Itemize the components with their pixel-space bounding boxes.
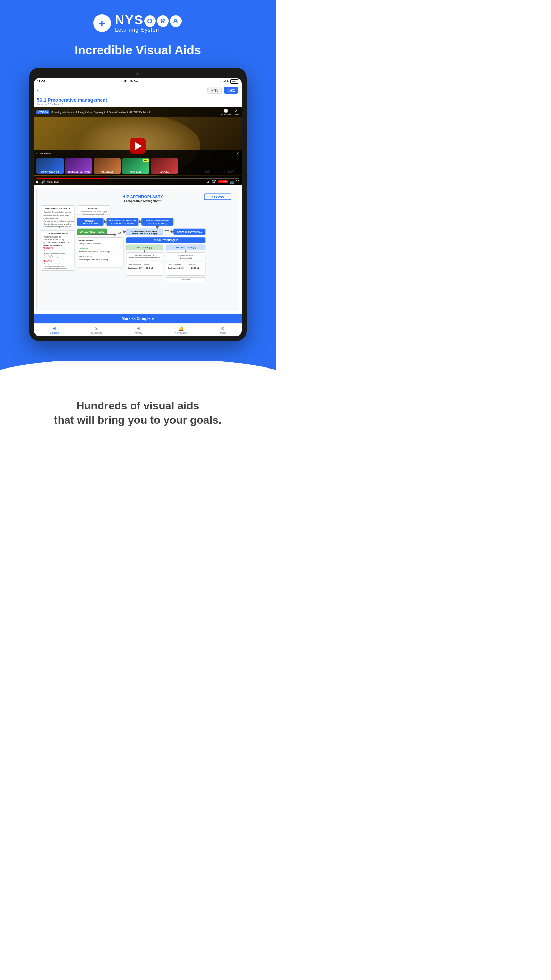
prev-button[interactable]: Prev [208, 87, 222, 94]
play-triangle-icon [135, 142, 142, 150]
svg-text:Equipment: Equipment [181, 279, 191, 281]
page-title-section: 56.1 Preoperative management Lesson 56 ·… [34, 95, 242, 107]
svg-text:(a) PREMEDICATION: (a) PREMEDICATION [48, 232, 68, 234]
wave-section [0, 361, 275, 382]
battery-indicator: 20% [230, 79, 238, 84]
svg-text:lateral femoral cutaneous nerv: lateral femoral cutaneous nerve block [129, 256, 160, 259]
svg-text:Isobaric bupivacaine 0.5%  10-: Isobaric bupivacaine 0.5% 10-12 mg [79, 259, 108, 261]
status-time: 12:06 [37, 80, 45, 83]
svg-text:SPINAL ANESTHESIA: SPINAL ANESTHESIA [43, 244, 62, 247]
page-title: 56.1 Preoperative management [37, 97, 238, 103]
more-label: More [220, 332, 225, 334]
logo-circle-r: R [157, 15, 169, 27]
svg-text:RELATIVE: RELATIVE [43, 260, 52, 262]
svg-text:• Pre-existing neurological in: • Pre-existing neurological injuries [43, 266, 66, 267]
play-button[interactable] [130, 138, 146, 154]
messages-icon: ✉ [95, 326, 98, 331]
nav-item-courses[interactable]: ⊞ Courses [50, 326, 59, 334]
svg-text:• Optimize medical and physica: • Optimize medical and physical conditio… [43, 221, 75, 222]
page-subtitle: Lesson 56 · Topic 1 [37, 103, 238, 106]
settings-button[interactable]: ⚙ [206, 180, 210, 184]
video-title: Scanning principles for Infrainguinal vs… [51, 111, 221, 113]
thumb-label: EXPLAINED [151, 171, 177, 173]
volume-button[interactable]: 🔊 [41, 180, 45, 184]
logo-name: NYSORA [115, 14, 182, 27]
list-item[interactable]: ANKLE BLOCK [94, 158, 121, 173]
watch-later-button[interactable]: 🕐 Watch later [221, 108, 231, 116]
svg-text:Hyperbaric bupivacaine 0.5%  9: Hyperbaric bupivacaine 0.5% 9-10 mg [79, 251, 110, 253]
back-button[interactable]: ‹ [37, 87, 39, 93]
svg-text:PREOPERATIVE GOALS: PREOPERATIVE GOALS [45, 207, 70, 210]
bottom-nav: ⊞ Courses ✉ Messages ⊞ Activity 🔔 Notifi… [34, 323, 242, 336]
play-pause-button[interactable]: ▶ [37, 180, 39, 184]
bottom-line-1: Hundreds of visual aids [76, 399, 199, 412]
svg-text:Fast-Track (c): Fast-Track (c) [137, 247, 152, 249]
share-button[interactable]: ↗ Share [233, 108, 239, 116]
nav-item-more[interactable]: ⊙ More [220, 326, 225, 334]
nav-item-notifications[interactable]: 🔔 Notifications [175, 326, 188, 334]
close-more-videos-button[interactable]: ✕ [237, 152, 239, 156]
svg-text:25-30 mL: 25-30 mL [192, 267, 200, 269]
notifications-label: Notifications [175, 332, 188, 334]
courses-icon: ⊞ [52, 326, 56, 331]
tablet-screen: 12:06 Fri 10 Dec ▲ WiFi 20% ‹ Prev Next … [34, 78, 242, 336]
play-circle [130, 138, 146, 154]
nav-buttons: Prev Next [208, 87, 238, 94]
progress-bar[interactable] [37, 178, 239, 179]
controls-right: ⚙ CC YouTube 📺 ⛶ [206, 180, 239, 184]
nav-item-activity[interactable]: ⊞ Activity [135, 326, 142, 334]
video-top-bar: NYSORA Scanning principles for Infraingu… [34, 107, 242, 118]
video-container[interactable]: NYSORA Scanning principles for Infraingu… [34, 107, 242, 185]
watch-later-label: Watch later [221, 114, 231, 116]
bottom-line-2: that will bring you to your goals. [54, 414, 221, 426]
courses-label: Courses [50, 332, 59, 334]
logo-text: NYSORA Learning System [115, 14, 182, 33]
activity-label: Activity [135, 332, 142, 334]
svg-text:• Ketamine 1mg/kg   5 mg: • Ketamine 1mg/kg 5 mg [43, 236, 61, 238]
clock-icon: 🕐 [224, 108, 228, 113]
svg-text:ABSOLUTE: ABSOLUTE [43, 247, 53, 249]
cast-button[interactable]: 📺 [230, 180, 233, 184]
activity-icon: ⊞ [137, 326, 140, 331]
wifi-icon: WiFi [223, 80, 229, 83]
youtube-badge: YouTube [218, 180, 227, 183]
svg-text:Volume: Volume [189, 264, 195, 266]
svg-text:• Coagulopathy: • Coagulopathy [43, 255, 53, 256]
mark-complete-bar[interactable]: Mark as Complete [34, 314, 242, 323]
svg-text:• Midazolam 1mg/mL   1-3 mg: • Midazolam 1mg/mL 1-3 mg [43, 239, 64, 240]
list-item[interactable]: PENG BLOCK FOR HIP PAIN [65, 158, 92, 173]
status-date: Fri 10 Dec [124, 80, 139, 83]
svg-text:• Allergy to local anesthetics: • Allergy to local anesthetics [43, 257, 62, 259]
list-item[interactable]: NYSORA US PAIN APP [37, 158, 64, 173]
tablet-camera [137, 73, 139, 75]
more-videos-list: NYSORA US PAIN APP PENG BLOCK FOR HIP PA… [34, 157, 242, 175]
messages-label: Messages [91, 332, 102, 334]
next-button[interactable]: Next [224, 87, 238, 94]
flowchart-svg: HIP ARTHROPLASTY Preoperative Management… [40, 191, 236, 307]
youtube-logo: YouTube [218, 180, 227, 183]
status-bar: 12:06 Fri 10 Dec ▲ WiFi 20% [34, 78, 242, 85]
status-right: ▲ WiFi 20% [219, 79, 238, 84]
tablet-frame: 12:06 Fri 10 Dec ▲ WiFi 20% ‹ Prev Next … [29, 68, 246, 341]
svg-text:Volume: Volume [143, 264, 149, 266]
list-item[interactable]: WRIST BLOCK NEW! [122, 158, 149, 173]
svg-text:Clear fluids up to 2 hrs befor: Clear fluids up to 2 hrs before surgery [79, 211, 108, 213]
svg-text:PREOPERATIVE CHECKLIST: PREOPERATIVE CHECKLIST [109, 220, 137, 221]
logo-nys: NYS [115, 13, 143, 27]
fullscreen-button[interactable]: ⛶ [236, 180, 239, 184]
svg-text:• Decompensated patients: • Decompensated patients [43, 263, 60, 265]
svg-text:YES: YES [165, 229, 169, 232]
svg-text:(Consider carbohydrate load): (Consider carbohydrate load) [83, 213, 105, 215]
video-logo: NYSORA [37, 110, 49, 114]
signal-icon: ▲ [219, 80, 221, 83]
svg-text:Pericapsular hip block +: Pericapsular hip block + [135, 254, 154, 256]
svg-text:• Detect and correct anemia ac: • Detect and correct anemia according [43, 223, 71, 225]
subtitles-button[interactable]: CC [211, 180, 216, 184]
thumb-label: WRIST BLOCK [123, 171, 149, 173]
svg-text:CONTRAINDICATIONS FOR: CONTRAINDICATIONS FOR [131, 231, 157, 232]
more-icon: ⊙ [221, 326, 225, 331]
top-section: + NYSORA Learning System Incredible Visu… [0, 0, 275, 361]
nav-item-messages[interactable]: ✉ Messages [91, 326, 102, 334]
svg-text:Sitting or lateral decubitus: Sitting or lateral decubitus [79, 243, 102, 245]
list-item[interactable]: EXPLAINED [151, 158, 178, 173]
